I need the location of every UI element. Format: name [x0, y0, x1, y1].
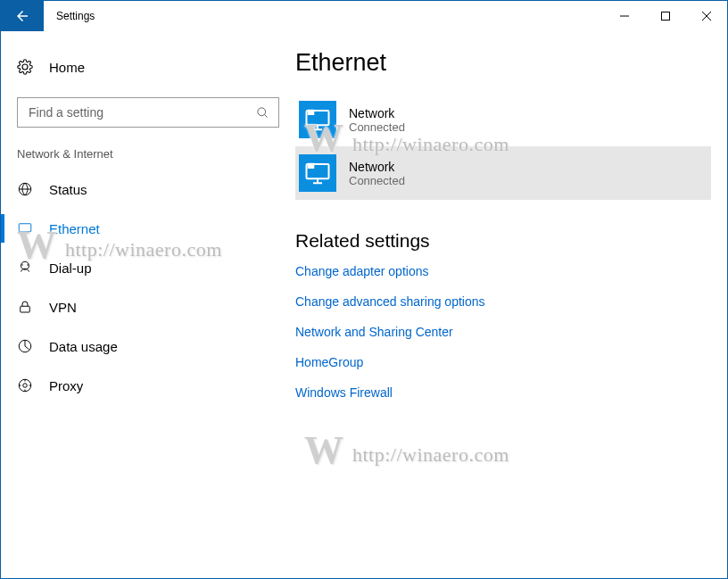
close-icon	[702, 12, 711, 21]
content-pane: Ethernet Network Connected Network Conne…	[295, 31, 727, 578]
home-label: Home	[49, 60, 85, 75]
svg-rect-14	[308, 163, 315, 169]
sidebar-item-label: VPN	[49, 300, 77, 315]
window-controls	[604, 1, 727, 31]
adapter-status: Connected	[349, 120, 405, 134]
search-input[interactable]	[27, 104, 269, 120]
gear-icon	[17, 59, 33, 75]
search-icon	[256, 106, 269, 120]
sidebar-item-status[interactable]: Status	[1, 170, 295, 209]
adapter-status: Connected	[349, 174, 405, 187]
link-homegroup[interactable]: HomeGroup	[295, 355, 711, 369]
svg-point-6	[27, 264, 29, 266]
adapter-row-0[interactable]: Network Connected	[295, 93, 711, 146]
sidebar-item-proxy[interactable]: Proxy	[1, 366, 295, 405]
sidebar-item-label: Status	[49, 182, 87, 197]
titlebar: Settings	[1, 1, 727, 31]
sidebar: Home Network & Internet Status Ethernet …	[1, 31, 295, 578]
data-usage-icon	[17, 338, 33, 354]
back-arrow-icon	[14, 8, 30, 24]
back-button[interactable]	[1, 1, 44, 31]
page-title: Ethernet	[295, 49, 711, 77]
adapter-row-1[interactable]: Network Connected	[295, 146, 711, 200]
globe-icon	[17, 181, 33, 197]
related-settings-title: Related settings	[295, 230, 711, 252]
monitor-ethernet-icon	[304, 106, 331, 133]
sidebar-item-dialup[interactable]: Dial-up	[1, 248, 295, 287]
adapter-name: Network	[349, 160, 405, 174]
category-label: Network & Internet	[1, 147, 295, 161]
sidebar-item-label: Proxy	[49, 378, 83, 393]
adapter-icon	[299, 101, 336, 138]
minimize-button[interactable]	[604, 1, 645, 31]
home-button[interactable]: Home	[1, 47, 295, 87]
svg-rect-7	[21, 306, 30, 312]
sidebar-item-label: Ethernet	[49, 221, 100, 236]
link-change-adapter-options[interactable]: Change adapter options	[295, 264, 711, 278]
svg-rect-0	[662, 12, 670, 21]
adapter-name: Network	[349, 106, 405, 120]
maximize-icon	[661, 12, 670, 21]
search-box[interactable]	[17, 97, 279, 128]
minimize-icon	[620, 12, 629, 21]
settings-window: Settings Home	[0, 0, 728, 579]
sidebar-item-vpn[interactable]: VPN	[1, 287, 295, 327]
vpn-icon	[17, 299, 33, 315]
sidebar-item-ethernet[interactable]: Ethernet	[1, 209, 295, 248]
svg-point-10	[23, 384, 28, 388]
monitor-ethernet-icon	[304, 160, 331, 186]
window-title: Settings	[44, 1, 95, 31]
proxy-icon	[17, 377, 33, 393]
adapter-icon	[299, 154, 336, 192]
link-network-sharing-center[interactable]: Network and Sharing Center	[295, 325, 711, 339]
sidebar-item-datausage[interactable]: Data usage	[1, 327, 295, 366]
svg-point-1	[258, 107, 266, 115]
sidebar-item-label: Data usage	[49, 339, 118, 354]
svg-rect-3	[19, 224, 31, 232]
ethernet-icon	[17, 220, 33, 236]
dialup-icon	[17, 260, 33, 276]
sidebar-item-label: Dial-up	[49, 261, 92, 276]
link-change-advanced-sharing[interactable]: Change advanced sharing options	[295, 294, 711, 309]
maximize-button[interactable]	[645, 1, 686, 31]
close-button[interactable]	[686, 1, 727, 31]
svg-point-5	[21, 264, 23, 266]
link-windows-firewall[interactable]: Windows Firewall	[295, 385, 711, 400]
svg-rect-12	[308, 110, 315, 115]
